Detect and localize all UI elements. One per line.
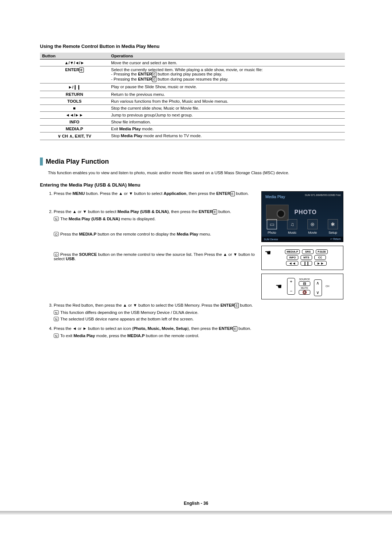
rc-info: INFO [287,255,298,260]
rc-psize: P.SIZE [316,249,328,254]
op-cell: Run various functions from the Photo, Mu… [109,98,345,105]
table-row: RETURNReturn to the previous menu. [40,91,345,98]
remote-diagram-1: ☚ MEDIA.PSRSP.SIZE INFOMTSCC ◄◄❙❙►► [261,246,343,270]
table-row: ►/❙❙Play or pause the Slide Show, music … [40,83,345,91]
btn-cell: ◄◄/►► [40,112,109,119]
enter-icon: E [213,209,217,214]
photo-icon: ▭ [267,219,277,229]
screenshot-bar-left: SUM Device [264,238,278,241]
heading-entering: Entering the Media Play (USB & DLNA) Men… [40,182,345,188]
op-cell: Stop the current slide show, Music or Mo… [109,105,345,112]
btn-cell: INFO [40,119,109,126]
pointing-hand-icon: ☚ [275,282,282,291]
table-row: INFOShow file information. [40,119,345,126]
rc-source: ⊟ [299,281,310,286]
tip-icon: O [54,252,59,257]
op-cell: Return to the previous menu. [109,91,345,98]
rc-source-label: SOURCE [299,278,310,281]
enter-icon: E [79,68,83,73]
camera-tile-icon [266,205,289,221]
table-row: ◄◄/►►Jump to previous group/Jump to next… [40,112,345,119]
intro-text: This function enables you to view and li… [48,171,345,175]
movie-icon: ⊛ [307,219,318,229]
button-operations-table: Button Operations ▲/▼/◄/►Move the cursor… [40,53,345,140]
volume-rocker: +− [287,278,295,295]
rc-ch-label: CH [326,285,329,287]
enter-icon: E [234,303,239,308]
pointing-hand-icon: ☚ [265,248,271,257]
nav-music: ♫Music [284,219,301,234]
rc-mute: 🔇 [299,290,310,295]
btn-cell: MEDIA.P [40,126,109,132]
media-play-screenshot: Media Play SUM 871.86MB/993.02MB Free PH… [261,191,343,242]
rc-cc: CC [314,255,326,260]
table-row: ■Stop the current slide show, Music or M… [40,105,345,112]
op-cell: Stop Media Play mode and Returns to TV m… [109,132,345,140]
tip-icon: O [54,232,59,236]
btn-cell: ►/❙❙ [40,83,109,91]
rc-srs: SRS [302,249,314,254]
screenshot-big-label: PHOTO [294,209,317,216]
enter-icon: E [230,191,235,196]
channel-rocker: ∧∨ [314,279,322,296]
enter-icon: E [233,326,237,331]
enter-icon: E [152,77,156,82]
page-footer: English - 36 [0,501,392,506]
note-icon: N [54,217,59,221]
th-button: Button [40,53,109,60]
nav-photo: ▭Photo [264,219,280,234]
screenshot-title: Media Play [265,195,285,199]
enter-icon: E [152,72,156,77]
table-row: ∨ CH ∧, EXIT, TVStop Media Play mode and… [40,132,345,140]
op-cell: Move the cursor and select an item. [109,60,345,66]
btn-cell: ▲/▼/◄/► [40,60,109,66]
music-icon: ♫ [287,219,297,229]
screenshot-bar-right: ↩ Return [330,238,341,241]
btn-cell: ∨ CH ∧, EXIT, TV [40,132,109,140]
table-row: TOOLSRun various functions from the Phot… [40,98,345,105]
op-cell: Select the currently selected item. Whil… [109,66,345,83]
step-1: Press the MENU button. Press the ▲ or ▼ … [54,191,256,196]
th-operations: Operations [109,53,345,60]
note-icon: N [54,334,59,338]
rc-rew: ◄◄ [286,261,298,266]
rc-pause: ❙❙ [301,261,312,266]
accent-stripe-icon [40,158,43,165]
note-icon: N [54,310,59,315]
section-title: Media Play Function [46,158,109,165]
table-row: ▲/▼/◄/►Move the cursor and select an ite… [40,60,345,66]
remote-diagram-2: ☚ +− SOURCE ⊟ MUTE 🔇 ∧∨ CH [261,274,343,299]
op-cell: Jump to previous group/Jump to next grou… [109,112,345,119]
op-cell: Exit Media Play mode. [109,126,345,132]
note-icon: N [54,317,59,321]
btn-cell: ■ [40,105,109,112]
op-cell: Show file information. [109,119,345,126]
step-3: Press the Red button, then press the ▲ o… [54,303,345,321]
heading-remote-table: Using the Remote Control Button in Media… [40,44,345,49]
rc-mute-label: MUTE [301,287,308,289]
rc-ff: ►► [314,261,327,266]
table-row: ENTERE Select the currently selected ite… [40,66,345,83]
btn-cell: RETURN [40,91,109,98]
setup-icon: ✱ [328,219,338,229]
op-cell: Play or pause the Slide Show, music or m… [109,83,345,91]
section-heading: Media Play Function [40,158,345,165]
btn-cell: TOOLS [40,98,109,105]
rc-mediap: MEDIA.P [285,249,300,254]
btn-cell: ENTERE [40,66,109,83]
step-4: Press the ◄ or ► button to select an ico… [54,326,345,338]
step-2: Press the ▲ or ▼ button to select Media … [54,209,256,261]
table-row: MEDIA.PExit Media Play mode. [40,126,345,132]
nav-setup: ✱Setup [324,219,341,234]
rc-mts: MTS [301,255,312,260]
screenshot-storage: SUM 871.86MB/993.02MB Free [305,194,341,196]
nav-movie: ⊛Movie [304,219,321,234]
